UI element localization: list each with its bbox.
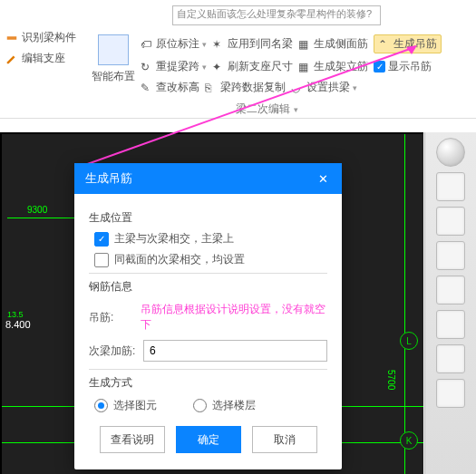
section-rebar: 钢筋信息 [89, 279, 327, 295]
orbit-icon[interactable] [436, 138, 465, 167]
smart-layout-label: 智能布置 [92, 70, 135, 82]
apply-icon: ✶ [212, 38, 225, 51]
ok-button[interactable]: 确定 [176, 426, 241, 453]
edit-support-button[interactable]: 编辑支座 [0, 48, 86, 69]
show-diaojin-toggle[interactable]: ✓显示吊筋 [374, 59, 432, 74]
checkbox-on-icon: ✓ [374, 61, 385, 73]
origin-annot-button[interactable]: 🏷原位标注▾ [141, 34, 207, 53]
arch-icon: ◡ [291, 82, 304, 94]
radio-off-icon [193, 399, 207, 412]
grid-toggle-icon[interactable] [436, 379, 465, 408]
cube-top-icon[interactable] [436, 207, 465, 236]
radio-select-element[interactable]: 选择图元 [94, 398, 157, 413]
diaojin-icon: ⌃ [378, 38, 391, 51]
radio-select-floor[interactable]: 选择楼层 [193, 398, 256, 413]
dialog-titlebar[interactable]: 生成吊筋 ✕ [74, 163, 342, 194]
frame-icon: ▦ [298, 61, 311, 73]
refresh-support-button[interactable]: ✦刷新支座尺寸 [212, 59, 293, 74]
hint-box: 自定义贴面该怎么处理复杂零星构件的装修? [172, 5, 381, 25]
identify-beam-button[interactable]: 识别梁构件 [0, 27, 86, 48]
grid-icon [98, 34, 129, 65]
dim-text: 9300 [27, 205, 47, 215]
gen-diaojin-button[interactable]: ⌃生成吊筋 [374, 34, 442, 53]
reload-icon: ↻ [141, 61, 153, 73]
cube-section-icon[interactable] [436, 310, 465, 339]
section-position: 生成位置 [89, 210, 327, 226]
ciliang-input[interactable] [143, 340, 327, 362]
copy-span-button[interactable]: ⎘梁跨数据复制 [205, 80, 286, 95]
smart-layout-button[interactable]: 智能布置 [91, 34, 136, 84]
view-toolbar [424, 132, 476, 474]
apply-same-button[interactable]: ✶应用到同名梁 [212, 34, 293, 53]
diaojin-label: 吊筋: [89, 310, 133, 325]
check-elev-button[interactable]: ✎查改标高 [141, 80, 199, 95]
help-button[interactable]: 查看说明 [100, 426, 165, 453]
reload-span-button[interactable]: ↻重提梁跨▾ [141, 59, 207, 74]
elev-icon: ✎ [141, 82, 153, 94]
gen-diaojin-dialog: 生成吊筋 ✕ 生成位置 ✓主梁与次梁相交，主梁上 同截面的次梁相交，均设置 钢筋… [74, 163, 342, 469]
cube-3d-icon[interactable] [436, 172, 465, 201]
tag-icon: 🏷 [141, 38, 153, 51]
ribbon-group-label: 梁二次编辑 [236, 102, 298, 117]
cancel-button[interactable]: 取消 [252, 426, 317, 453]
side-icon: ▦ [298, 38, 311, 51]
pencil-icon [5, 53, 18, 65]
separator [0, 118, 476, 119]
radio-on-icon [94, 399, 108, 412]
refresh-icon: ✦ [212, 61, 225, 73]
axis-label-l: L [400, 332, 418, 350]
beam-icon [5, 32, 18, 44]
ciliang-label: 次梁加筋: [89, 343, 136, 359]
section-mode: 生成方式 [89, 375, 327, 391]
dim-vert: 5700 [386, 370, 396, 390]
diaojin-note: 吊筋信息根据设计说明设置，没有就空下 [141, 302, 327, 333]
layers-icon[interactable] [436, 344, 465, 373]
opt-main-secondary[interactable]: ✓主梁与次梁相交，主梁上 [94, 231, 327, 247]
checkbox-on-icon: ✓ [94, 232, 109, 247]
edit-support-label: 编辑支座 [22, 51, 65, 66]
axis-label-k: K [400, 431, 418, 450]
gen-frame-button[interactable]: ▦生成架立筋 [298, 59, 368, 74]
dialog-title-text: 生成吊筋 [85, 170, 132, 187]
svg-rect-0 [7, 36, 17, 40]
divider [89, 273, 327, 274]
elev-text: 13.5 [7, 310, 24, 319]
coord-text: 8.400 [5, 319, 31, 330]
cube-wire-icon[interactable] [436, 276, 465, 305]
gen-side-button[interactable]: ▦生成侧面筋 [298, 34, 368, 53]
opt-same-section[interactable]: 同截面的次梁相交，均设置 [94, 252, 327, 267]
close-icon[interactable]: ✕ [315, 170, 331, 187]
checkbox-off-icon [94, 253, 109, 267]
grid-line-v [404, 134, 405, 474]
divider [89, 369, 327, 370]
cube-iso-icon[interactable] [436, 241, 465, 270]
copy-icon: ⎘ [205, 82, 218, 94]
set-arch-button[interactable]: ◡设置拱梁▾ [291, 80, 357, 95]
identify-beam-label: 识别梁构件 [22, 30, 76, 45]
